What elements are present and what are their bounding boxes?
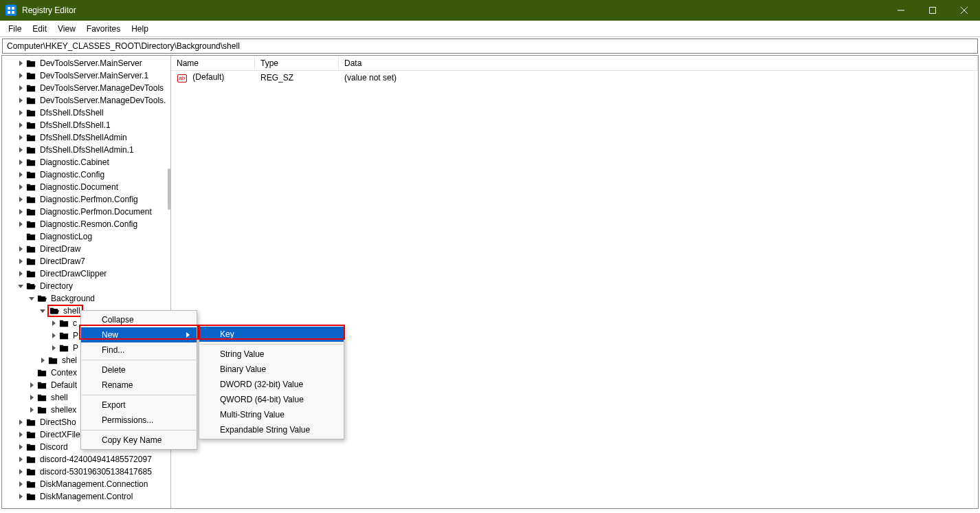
chevron-right-icon[interactable]: [16, 432, 25, 437]
tree-item[interactable]: Diagnostic.Config: [2, 168, 170, 181]
chevron-right-icon[interactable]: [16, 73, 25, 78]
tree-item[interactable]: Diagnostic.Cabinet: [2, 156, 170, 168]
tree-item[interactable]: DirectDraw7: [2, 255, 170, 268]
context-menu-item[interactable]: Expandable String Value: [199, 422, 344, 437]
tree-item[interactable]: discord-424004941485572097: [2, 453, 170, 466]
chevron-right-icon[interactable]: [49, 333, 58, 338]
tree-item[interactable]: DiagnosticLog: [2, 230, 170, 243]
menu-view[interactable]: View: [52, 22, 81, 36]
close-button[interactable]: [948, 0, 980, 21]
tree-item[interactable]: Background: [2, 292, 170, 305]
tree-item[interactable]: DevToolsServer.MainServer: [2, 57, 170, 69]
context-menu-item[interactable]: Permissions...: [81, 413, 197, 428]
value-row[interactable]: ab (Default) REG_SZ (value not set): [171, 71, 978, 85]
string-value-icon: ab: [177, 74, 188, 83]
chevron-right-icon[interactable]: [49, 345, 58, 351]
chevron-right-icon[interactable]: [16, 184, 25, 190]
tree-item-label: Diagnostic.Resmon.Config: [38, 219, 139, 229]
column-data[interactable]: Data: [339, 56, 978, 70]
context-menu-item[interactable]: Delete: [81, 362, 197, 378]
chevron-down-icon[interactable]: [38, 308, 47, 314]
context-menu-item[interactable]: New: [81, 327, 197, 342]
menu-help[interactable]: Help: [126, 22, 154, 36]
tree-item[interactable]: DfsShell.DfsShellAdmin: [2, 131, 170, 144]
tree-item[interactable]: Diagnostic.Perfmon.Document: [2, 206, 170, 218]
chevron-right-icon[interactable]: [16, 246, 25, 252]
tree-item[interactable]: Diagnostic.Resmon.Config: [2, 218, 170, 230]
tree-item[interactable]: DfsShell.DfsShell: [2, 107, 170, 119]
tree-item-label: Diagnostic.Cabinet: [38, 157, 111, 167]
minimize-button[interactable]: [885, 0, 917, 21]
chevron-right-icon[interactable]: [16, 147, 25, 153]
context-menu-item[interactable]: Find...: [81, 342, 197, 358]
context-menu-item[interactable]: Multi-String Value: [199, 407, 344, 422]
chevron-right-icon[interactable]: [16, 135, 25, 140]
tree-item[interactable]: DfsShell.DfsShellAdmin.1: [2, 144, 170, 156]
chevron-right-icon[interactable]: [16, 110, 25, 116]
chevron-down-icon[interactable]: [27, 296, 36, 301]
chevron-right-icon[interactable]: [38, 358, 47, 363]
chevron-right-icon[interactable]: [49, 320, 58, 326]
tree-item[interactable]: DiskManagement.Control: [2, 490, 170, 503]
address-bar[interactable]: [2, 39, 978, 54]
chevron-right-icon[interactable]: [16, 481, 25, 487]
chevron-right-icon[interactable]: [16, 85, 25, 91]
chevron-right-icon[interactable]: [27, 395, 36, 400]
tree-item-label: DirectSho: [38, 417, 78, 427]
tree-item[interactable]: DirectDrawClipper: [2, 268, 170, 280]
chevron-right-icon[interactable]: [16, 457, 25, 462]
tree-item[interactable]: discord-530196305138417685: [2, 466, 170, 478]
tree-item[interactable]: DiskManagement.Connection: [2, 478, 170, 490]
tree-item[interactable]: DevToolsServer.MainServer.1: [2, 69, 170, 82]
menu-edit[interactable]: Edit: [27, 22, 52, 36]
chevron-right-icon[interactable]: [16, 160, 25, 165]
tree-item-label: DirectDraw: [38, 244, 82, 254]
context-submenu-new: KeyString ValueBinary ValueDWORD (32-bit…: [199, 325, 344, 439]
svg-rect-5: [930, 8, 936, 14]
chevron-right-icon[interactable]: [16, 419, 25, 425]
chevron-right-icon[interactable]: [27, 407, 36, 413]
tree-item[interactable]: DevToolsServer.ManageDevTools: [2, 82, 170, 94]
chevron-right-icon[interactable]: [16, 469, 25, 474]
menu-favorites[interactable]: Favorites: [81, 22, 126, 36]
address-input[interactable]: [7, 41, 973, 51]
tree-item[interactable]: Diagnostic.Document: [2, 181, 170, 193]
value-name-cell: ab (Default): [171, 71, 255, 85]
context-menu-item[interactable]: Export: [81, 397, 197, 413]
chevron-down-icon[interactable]: [16, 283, 25, 289]
chevron-right-icon[interactable]: [16, 172, 25, 177]
chevron-right-icon[interactable]: [16, 197, 25, 202]
context-menu-item[interactable]: Collapse: [81, 312, 197, 327]
context-menu-item[interactable]: Key: [199, 327, 344, 342]
tree-item-label: Background: [49, 294, 96, 303]
context-menu-item[interactable]: Binary Value: [199, 362, 344, 377]
chevron-right-icon[interactable]: [16, 444, 25, 450]
tree-scrollbar-thumb[interactable]: [168, 168, 170, 210]
tree-item[interactable]: Directory: [2, 280, 170, 292]
svg-rect-2: [8, 11, 10, 14]
column-type[interactable]: Type: [255, 56, 339, 70]
chevron-right-icon[interactable]: [16, 271, 25, 276]
chevron-right-icon[interactable]: [16, 494, 25, 499]
context-menu-item[interactable]: DWORD (32-bit) Value: [199, 377, 344, 392]
value-name: (Default): [192, 72, 224, 82]
tree-item[interactable]: DirectDraw: [2, 243, 170, 255]
chevron-right-icon[interactable]: [16, 221, 25, 227]
tree-item[interactable]: Diagnostic.Perfmon.Config: [2, 193, 170, 206]
chevron-right-icon[interactable]: [27, 382, 36, 388]
chevron-right-icon[interactable]: [16, 98, 25, 103]
tree-item[interactable]: DevToolsServer.ManageDevTools.: [2, 94, 170, 107]
chevron-right-icon[interactable]: [16, 259, 25, 264]
context-menu-item[interactable]: Rename: [81, 378, 197, 393]
chevron-right-icon[interactable]: [16, 122, 25, 128]
menu-file[interactable]: File: [3, 22, 27, 36]
context-menu-item[interactable]: String Value: [199, 347, 344, 362]
context-menu-item[interactable]: Copy Key Name: [81, 433, 197, 448]
chevron-right-icon[interactable]: [16, 209, 25, 215]
tree-item[interactable]: DfsShell.DfsShell.1: [2, 119, 170, 131]
column-name[interactable]: Name: [171, 56, 255, 70]
folder-icon: [25, 442, 36, 452]
maximize-button[interactable]: [917, 0, 948, 21]
context-menu-item[interactable]: QWORD (64-bit) Value: [199, 392, 344, 407]
chevron-right-icon[interactable]: [16, 61, 25, 66]
